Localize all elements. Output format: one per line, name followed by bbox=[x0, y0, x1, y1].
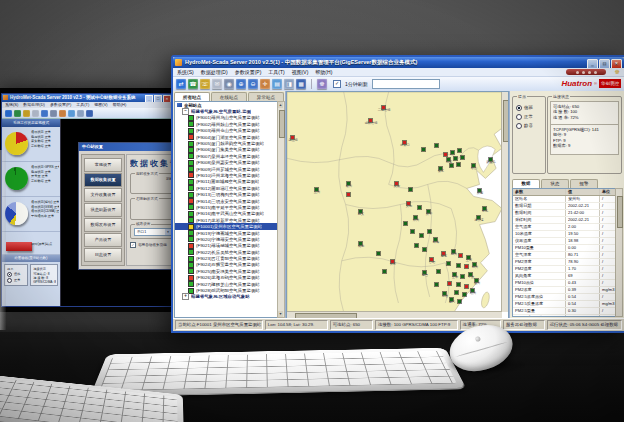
station-marker[interactable]: 南昌 bbox=[423, 271, 426, 274]
station-marker[interactable] bbox=[454, 157, 457, 160]
left-toolbar-icon[interactable] bbox=[68, 110, 75, 117]
station-marker[interactable] bbox=[404, 222, 407, 225]
toolbar-icon[interactable]: ⇄ bbox=[176, 79, 186, 89]
station-marker[interactable] bbox=[420, 234, 423, 237]
left-prompt-radio[interactable]: 正常 bbox=[7, 278, 26, 284]
col-header-param[interactable]: 参数 bbox=[513, 189, 566, 195]
menu-item[interactable]: 工具(T) bbox=[268, 68, 284, 76]
parameter-row[interactable]: PM10示值 0.43 / bbox=[513, 280, 616, 287]
station-marker[interactable] bbox=[457, 163, 460, 166]
dialog-nav-button[interactable]: 产品设置 bbox=[84, 233, 122, 247]
toolbar-icon[interactable]: ⊖ bbox=[248, 79, 258, 89]
station-marker[interactable]: 福州 bbox=[471, 289, 474, 292]
refresh-checkbox[interactable]: ✓ bbox=[333, 80, 341, 88]
station-marker[interactable] bbox=[465, 285, 468, 288]
scrollbar-thumb[interactable] bbox=[279, 110, 285, 138]
station-marker[interactable] bbox=[435, 283, 438, 286]
station-marker[interactable] bbox=[459, 254, 462, 257]
station-marker[interactable] bbox=[423, 248, 426, 251]
menu-item[interactable]: 数据处理(D) bbox=[201, 68, 228, 76]
station-marker[interactable] bbox=[457, 283, 460, 286]
detail-tab[interactable]: 状态 bbox=[541, 179, 569, 188]
parameter-row[interactable]: 风向角度 69 / bbox=[513, 273, 616, 280]
station-marker[interactable]: 济宁 bbox=[427, 210, 430, 213]
parameter-row[interactable]: 区站名 泉州站 / bbox=[513, 196, 616, 203]
prompt-radio[interactable]: 正常 bbox=[513, 112, 545, 121]
station-marker[interactable]: 成都 bbox=[359, 242, 362, 245]
left-toolbar-icon[interactable] bbox=[59, 110, 66, 117]
toolbar-icon[interactable]: ✛ bbox=[260, 79, 270, 89]
gear-icon[interactable]: ☸ bbox=[615, 68, 620, 76]
menu-item[interactable]: 视图(V) bbox=[292, 68, 309, 76]
left-menu-item[interactable]: 数据处理(D) bbox=[23, 102, 45, 108]
parameter-row[interactable]: 空气湿度 80.71 / bbox=[513, 252, 616, 259]
menu-item[interactable]: 参数设置(P) bbox=[235, 68, 262, 76]
station-marker[interactable] bbox=[461, 156, 464, 159]
dialog-nav-button[interactable]: 日志设置 bbox=[84, 248, 122, 262]
station-marker[interactable] bbox=[463, 293, 466, 296]
menu-item[interactable]: 系统(S) bbox=[177, 68, 194, 76]
station-marker[interactable] bbox=[458, 149, 461, 152]
scroll-down-arrow-icon[interactable]: ▼ bbox=[278, 311, 283, 317]
parameter-row[interactable]: 数据时间 21:42:00 / bbox=[513, 210, 616, 217]
station-search-input[interactable] bbox=[372, 79, 440, 89]
station-marker[interactable] bbox=[448, 282, 451, 285]
station-marker[interactable]: 秦皇岛 bbox=[489, 158, 492, 161]
station-marker[interactable]: 银川 bbox=[347, 182, 350, 185]
china-map-area[interactable]: 二连浩特 锡林浩特 乌拉特 张家口 bbox=[287, 92, 502, 312]
left-window-titlebar[interactable]: HydroMet-Scada Server 2010 v2.5 - 测试中心站数… bbox=[2, 94, 172, 102]
prompt-radio[interactable]: 静音 bbox=[513, 121, 545, 130]
expand-icon[interactable]: + bbox=[182, 293, 189, 300]
station-marker[interactable]: 唐山 bbox=[472, 164, 475, 167]
station-marker[interactable]: 二连浩特 bbox=[382, 106, 385, 109]
tree-group-node[interactable]: + 福建省气象局-区域自动气象站 bbox=[175, 294, 278, 300]
left-menu-item[interactable]: 视图(V) bbox=[94, 102, 107, 108]
parameter-row[interactable]: PM2湿度 78.90 / bbox=[513, 259, 616, 266]
left-toolbar-icon[interactable] bbox=[32, 110, 39, 117]
col-header-value[interactable]: 值 bbox=[566, 189, 600, 195]
station-marker[interactable]: 安阳 bbox=[407, 202, 410, 205]
station-marker[interactable]: 杭州 bbox=[473, 263, 476, 266]
station-marker[interactable]: 长沙 bbox=[391, 260, 394, 263]
station-marker[interactable]: 蚌埠 bbox=[434, 238, 437, 241]
detail-tab[interactable]: 报警 bbox=[570, 179, 598, 188]
table-vertical-scrollbar[interactable] bbox=[615, 188, 623, 317]
dialog-nav-button[interactable]: 数据收集设置 bbox=[84, 173, 122, 187]
station-marker[interactable]: 太原 bbox=[395, 182, 398, 185]
left-minimize-button[interactable]: _ bbox=[145, 95, 153, 102]
parameter-row[interactable]: PM10重量 0.00 / bbox=[513, 245, 616, 252]
station-marker[interactable] bbox=[447, 262, 450, 265]
tree-station-item[interactable]: (F9016)南平武夷山空气质量监测站 bbox=[175, 211, 278, 217]
left-menu-item[interactable]: 工具(T) bbox=[76, 102, 89, 108]
scrollbar-thumb[interactable] bbox=[617, 196, 623, 228]
toolbar-icon[interactable]: ◉ bbox=[224, 79, 234, 89]
toolbar-icon[interactable]: ☎ bbox=[188, 79, 198, 89]
station-marker[interactable]: 西安 bbox=[359, 210, 362, 213]
station-marker[interactable] bbox=[437, 270, 440, 273]
station-marker[interactable]: 济南 bbox=[478, 189, 481, 192]
menu-item[interactable]: 帮助(H) bbox=[315, 68, 332, 76]
station-marker[interactable] bbox=[455, 291, 458, 294]
station-marker[interactable] bbox=[418, 206, 421, 209]
maximize-button[interactable]: □ bbox=[599, 59, 610, 69]
dialog-nav-button[interactable]: 数据发布设置 bbox=[84, 218, 122, 232]
station-marker[interactable]: 青岛 bbox=[483, 207, 486, 210]
station-marker[interactable]: 温州 bbox=[475, 279, 478, 282]
station-marker[interactable]: 锡林浩特 bbox=[369, 119, 372, 122]
main-window-titlebar[interactable]: HydroMet-Scada Server 2010 v2.5(1) - 中国数… bbox=[173, 57, 624, 68]
parameter-row[interactable]: 空气温度 2.00 / bbox=[513, 224, 616, 231]
station-marker[interactable] bbox=[383, 270, 386, 273]
left-close-button[interactable]: × bbox=[163, 95, 171, 102]
station-marker[interactable]: 龙岩 bbox=[443, 292, 446, 295]
station-marker[interactable]: 上海 bbox=[467, 256, 470, 259]
station-marker[interactable]: 张家口 bbox=[403, 141, 406, 144]
station-marker[interactable]: 保定 bbox=[439, 167, 442, 170]
parameter-row[interactable]: 采样时间 2002-02-21 / bbox=[513, 217, 616, 224]
dialog-nav-button[interactable]: 文件收集设置 bbox=[84, 188, 122, 202]
toolbar-icon[interactable]: ◨ bbox=[284, 79, 294, 89]
station-marker[interactable]: 北京 bbox=[447, 158, 450, 161]
station-marker[interactable] bbox=[450, 164, 453, 167]
station-marker[interactable]: 扬州 bbox=[452, 250, 455, 253]
station-marker[interactable]: 郑州 bbox=[414, 216, 417, 219]
station-marker[interactable]: 乌拉特 bbox=[291, 136, 294, 139]
